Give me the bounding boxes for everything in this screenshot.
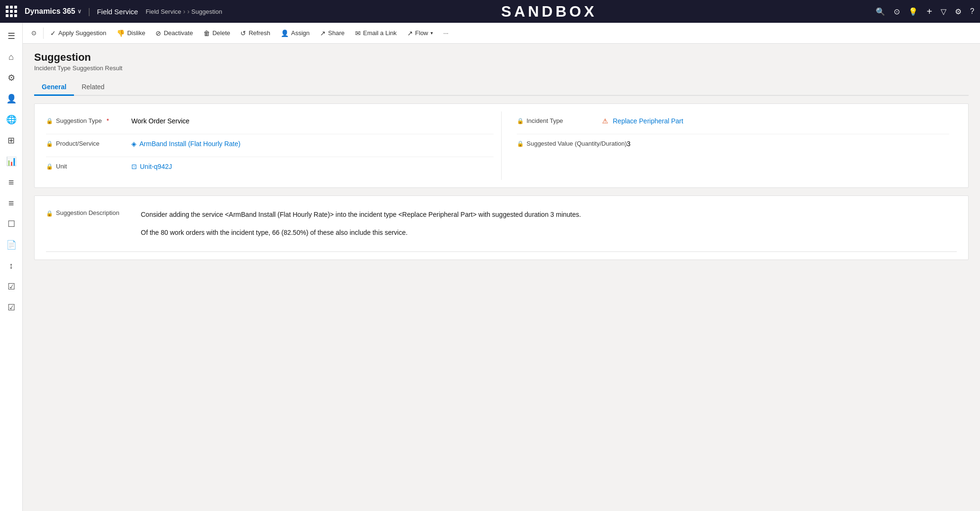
sandbox-title: SANDBOX — [226, 3, 872, 20]
suggestion-type-label: 🔒 Suggestion Type * — [46, 117, 131, 124]
warning-icon: ⚠ — [602, 117, 608, 125]
lock-icon-5: 🔒 — [517, 140, 524, 147]
main-content: ⊙ ✓ Apply Suggestion 👎 Dislike ⊘ Deactiv… — [23, 23, 980, 511]
sidebar-item-home[interactable]: ⌂ — [2, 47, 21, 66]
sidebar: ☰ ⌂ ⚙ 👤 🌐 ⊞ 📊 ≡ ≡ ☐ 📄 ↕ ☑ ☑ — [0, 23, 23, 511]
form-right-col: 🔒 Incident Type ⚠ Replace Peripheral Par… — [502, 111, 957, 180]
page-header: Suggestion Incident Type Suggestion Resu… — [34, 51, 969, 72]
field-suggestion-type: 🔒 Suggestion Type * Work Order Service — [46, 111, 494, 134]
check-circle-icon[interactable]: ⊙ — [894, 7, 900, 16]
suggested-value-label: 🔒 Suggested Value (Quantity/Duration) — [517, 140, 627, 147]
unit-label-text: Unit — [56, 163, 67, 170]
refresh-button[interactable]: ↺ Refresh — [236, 27, 275, 40]
description-line1: Consider adding the service <ArmBand Ins… — [141, 209, 957, 220]
dynamics-label: Dynamics 365 — [25, 7, 75, 16]
flow-chevron-icon: ▾ — [430, 30, 433, 36]
product-icon: ◈ — [131, 140, 137, 148]
back-button[interactable]: ⊙ — [27, 27, 41, 39]
more-icon: ··· — [443, 29, 449, 37]
tabs: General Related — [34, 79, 969, 96]
page-subtitle: Incident Type Suggestion Result — [34, 65, 969, 72]
share-button[interactable]: ↗ Share — [315, 27, 349, 40]
form-left-col: 🔒 Suggestion Type * Work Order Service 🔒… — [46, 111, 502, 180]
sidebar-item-docs[interactable]: 📄 — [2, 235, 21, 254]
sidebar-item-reports[interactable]: 📊 — [2, 152, 21, 171]
refresh-label: Refresh — [248, 29, 270, 37]
brand-chevron: ∨ — [77, 8, 82, 15]
lock-icon-2: 🔒 — [46, 140, 53, 147]
description-divider — [46, 251, 957, 252]
sidebar-item-globe[interactable]: 🌐 — [2, 110, 21, 129]
delete-button[interactable]: 🗑 Delete — [199, 27, 235, 40]
breadcrumb-sep1: › — [183, 8, 185, 15]
back-icon: ⊙ — [31, 29, 37, 37]
search-icon[interactable]: 🔍 — [876, 7, 885, 16]
tab-general[interactable]: General — [34, 79, 74, 96]
suggested-value-value: 3 — [627, 140, 949, 148]
incident-type-label: 🔒 Incident Type — [517, 117, 602, 124]
field-suggested-value: 🔒 Suggested Value (Quantity/Duration) 3 — [517, 134, 950, 157]
sidebar-item-data2[interactable]: ≡ — [2, 194, 21, 213]
email-label: Email a Link — [363, 29, 397, 37]
lock-icon-6: 🔒 — [46, 210, 53, 217]
product-service-value[interactable]: ◈ ArmBand Install (Flat Hourly Rate) — [131, 140, 494, 148]
sidebar-item-flow[interactable]: ↕ — [2, 256, 21, 275]
nav-brand[interactable]: Dynamics 365 ∨ — [25, 7, 82, 16]
flow-icon: ↗ — [407, 29, 413, 37]
description-line2: Of the 80 work orders with the incident … — [141, 227, 957, 238]
deactivate-label: Deactivate — [164, 29, 192, 37]
lock-icon-3: 🔒 — [46, 163, 53, 170]
help-icon[interactable]: ? — [970, 7, 974, 16]
form-grid: 🔒 Suggestion Type * Work Order Service 🔒… — [46, 111, 957, 180]
plus-icon[interactable]: + — [926, 6, 932, 17]
sidebar-item-contacts[interactable]: 👤 — [2, 89, 21, 108]
share-icon: ↗ — [320, 29, 326, 37]
deactivate-button[interactable]: ⊘ Deactivate — [151, 27, 197, 40]
sidebar-item-tasks2[interactable]: ☑ — [2, 298, 21, 317]
product-service-label-text: Product/Service — [56, 140, 100, 147]
breadcrumb-part2: Suggestion — [192, 8, 222, 15]
product-service-label: 🔒 Product/Service — [46, 140, 131, 147]
field-product-service: 🔒 Product/Service ◈ ArmBand Install (Fla… — [46, 134, 494, 157]
deactivate-icon: ⊘ — [156, 29, 161, 37]
assign-button[interactable]: 👤 Assign — [276, 27, 314, 40]
incident-type-value[interactable]: ⚠ Replace Peripheral Part — [602, 117, 950, 125]
suggestion-type-value: Work Order Service — [131, 117, 494, 125]
required-star-1: * — [107, 117, 109, 124]
sidebar-item-data1[interactable]: ≡ — [2, 173, 21, 192]
field-incident-type: 🔒 Incident Type ⚠ Replace Peripheral Par… — [517, 111, 950, 134]
dislike-icon: 👎 — [117, 29, 125, 37]
lock-icon-4: 🔒 — [517, 118, 524, 124]
more-button[interactable]: ··· — [439, 27, 453, 39]
flow-label: Flow — [415, 29, 428, 37]
description-card: 🔒 Suggestion Description Consider adding… — [34, 195, 969, 260]
sidebar-item-expand[interactable]: ☰ — [2, 27, 21, 46]
lightbulb-icon[interactable]: 💡 — [908, 7, 918, 16]
sidebar-item-org[interactable]: ⊞ — [2, 131, 21, 150]
email-link-button[interactable]: ✉ Email a Link — [350, 27, 402, 40]
page-title: Suggestion — [34, 51, 969, 64]
assign-label: Assign — [291, 29, 310, 37]
app-launcher[interactable] — [6, 6, 17, 17]
sidebar-item-box[interactable]: ☐ — [2, 214, 21, 233]
gear-icon[interactable]: ⚙ — [955, 7, 962, 16]
incident-type-label-text: Incident Type — [527, 117, 563, 124]
suggestion-type-label-text: Suggestion Type — [56, 117, 102, 124]
dislike-button[interactable]: 👎 Dislike — [112, 27, 150, 40]
flow-button[interactable]: ↗ Flow ▾ — [403, 27, 438, 40]
page-body: Suggestion Incident Type Suggestion Resu… — [23, 44, 980, 511]
nav-app-label[interactable]: Field Service — [97, 8, 138, 16]
breadcrumb-part1[interactable]: Field Service — [146, 8, 181, 15]
nav-separator: | — [88, 7, 91, 17]
sidebar-item-settings[interactable]: ⚙ — [2, 68, 21, 87]
share-label: Share — [328, 29, 345, 37]
filter-icon[interactable]: ▽ — [941, 7, 946, 16]
tab-related[interactable]: Related — [74, 79, 112, 96]
cmd-separator-1 — [43, 28, 44, 39]
lock-icon-1: 🔒 — [46, 118, 53, 124]
description-label: 🔒 Suggestion Description — [46, 209, 141, 217]
apply-suggestion-button[interactable]: ✓ Apply Suggestion — [46, 27, 111, 40]
sidebar-item-tasks[interactable]: ☑ — [2, 277, 21, 296]
unit-value[interactable]: ⊡ Unit-q942J — [131, 163, 494, 170]
form-card: 🔒 Suggestion Type * Work Order Service 🔒… — [34, 103, 969, 188]
